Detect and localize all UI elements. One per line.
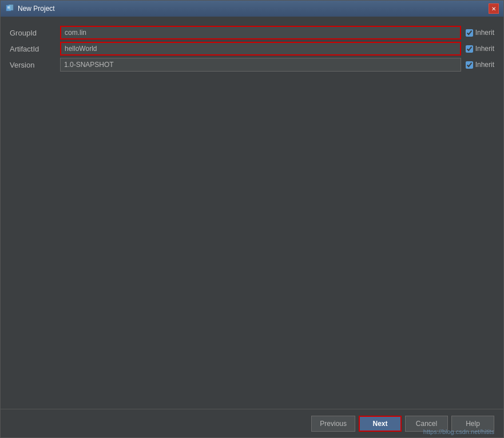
version-inherit-label: Inherit	[475, 61, 494, 69]
empty-space	[10, 74, 494, 409]
artifact-id-input[interactable]	[60, 42, 461, 56]
artifact-id-row: ArtifactId Inherit	[10, 42, 494, 56]
group-id-inherit-checkbox[interactable]	[466, 29, 473, 37]
version-input[interactable]	[60, 58, 461, 72]
new-project-dialog: New Project ✕ GroupId Inherit ArtifactId…	[0, 0, 504, 438]
artifact-id-inherit-label: Inherit	[475, 45, 494, 53]
title-bar-left: New Project	[5, 4, 55, 13]
title-bar: New Project ✕	[1, 1, 503, 17]
group-id-inherit-wrap: Inherit	[466, 29, 494, 37]
cancel-button[interactable]: Cancel	[405, 416, 448, 432]
version-inherit-checkbox[interactable]	[466, 61, 473, 69]
version-inherit-wrap: Inherit	[466, 61, 494, 69]
next-button[interactable]: Next	[359, 416, 402, 432]
artifact-id-inherit-wrap: Inherit	[466, 45, 494, 53]
new-project-icon	[5, 4, 14, 13]
title-bar-title: New Project	[18, 5, 55, 13]
artifact-id-label: ArtifactId	[10, 45, 55, 53]
group-id-row: GroupId Inherit	[10, 26, 494, 40]
content-area: GroupId Inherit ArtifactId Inherit Versi…	[1, 17, 503, 409]
group-id-inherit-label: Inherit	[475, 29, 494, 37]
svg-rect-1	[9, 5, 13, 10]
group-id-input[interactable]	[60, 26, 461, 40]
version-label: Version	[10, 61, 55, 69]
previous-button[interactable]: Previous	[311, 416, 355, 432]
bottom-bar: Previous Next Cancel Help https://blog.c…	[1, 409, 503, 437]
artifact-id-inherit-checkbox[interactable]	[466, 45, 473, 53]
close-button[interactable]: ✕	[489, 3, 499, 14]
version-row: Version Inherit	[10, 58, 494, 72]
group-id-label: GroupId	[10, 29, 55, 37]
help-button[interactable]: Help	[451, 416, 494, 432]
